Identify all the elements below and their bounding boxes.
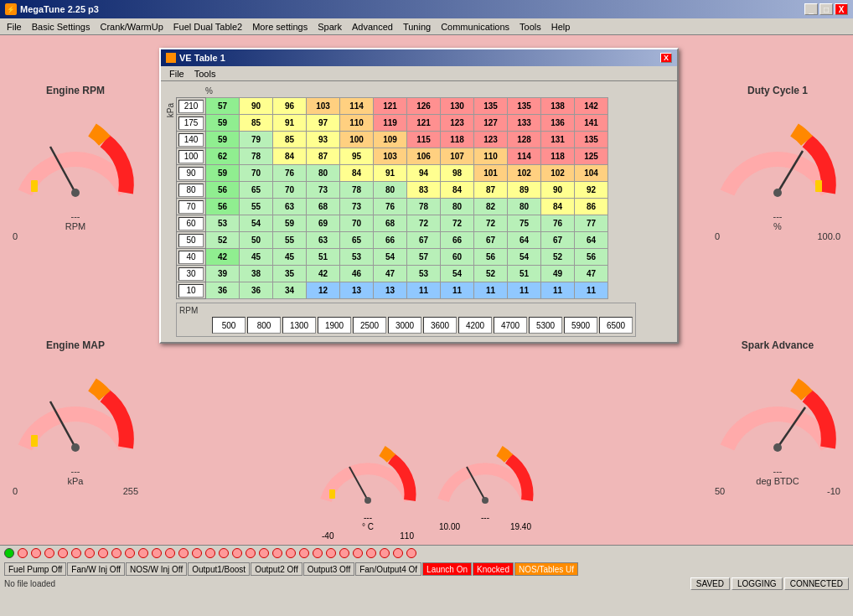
table-cell[interactable]: 80 — [508, 199, 541, 215]
table-cell[interactable]: 67 — [541, 232, 575, 249]
table-cell[interactable]: 50 — [240, 232, 273, 249]
table-cell[interactable]: 51 — [508, 266, 541, 282]
table-cell[interactable]: 13 — [374, 282, 407, 299]
table-cell[interactable]: 80 — [307, 165, 340, 182]
table-cell[interactable]: 11 — [441, 282, 474, 299]
rpm-cell[interactable]: 3600 — [423, 317, 457, 334]
table-cell[interactable]: 57 — [407, 249, 441, 266]
table-cell[interactable]: 133 — [508, 115, 541, 132]
table-cell[interactable]: 67 — [474, 232, 508, 249]
table-cell[interactable]: 92 — [575, 182, 608, 199]
table-cell[interactable]: 95 — [340, 148, 374, 165]
kpa-input[interactable] — [178, 116, 204, 130]
bottom-status-button[interactable]: CONNECTED — [784, 577, 849, 590]
table-cell[interactable]: 84 — [273, 148, 307, 165]
table-cell[interactable]: 80 — [441, 199, 474, 215]
table-cell[interactable]: 84 — [541, 199, 575, 215]
rpm-cell[interactable]: 500 — [212, 317, 246, 334]
maximize-button[interactable]: □ — [819, 3, 833, 15]
modal-close-button[interactable]: X — [660, 53, 672, 63]
table-cell[interactable]: 121 — [407, 115, 441, 132]
table-cell[interactable]: 123 — [474, 132, 508, 148]
table-cell[interactable]: 118 — [441, 132, 474, 148]
table-cell[interactable]: 103 — [307, 98, 340, 115]
table-cell[interactable]: 36 — [240, 282, 273, 299]
kpa-input[interactable] — [178, 200, 204, 214]
table-cell[interactable]: 55 — [273, 232, 307, 249]
table-cell[interactable]: 126 — [407, 98, 441, 115]
table-cell[interactable]: 59 — [273, 215, 307, 232]
menu-help[interactable]: Help — [546, 20, 576, 34]
table-cell[interactable]: 69 — [307, 215, 340, 232]
table-cell[interactable]: 70 — [273, 182, 307, 199]
table-cell[interactable]: 84 — [340, 165, 374, 182]
table-cell[interactable]: 56 — [474, 249, 508, 266]
table-cell[interactable]: 45 — [273, 249, 307, 266]
table-cell[interactable]: 101 — [474, 165, 508, 182]
table-cell[interactable]: 65 — [340, 232, 374, 249]
table-cell[interactable]: 82 — [474, 199, 508, 215]
table-cell[interactable]: 128 — [508, 132, 541, 148]
table-cell[interactable]: 72 — [441, 215, 474, 232]
table-cell[interactable]: 78 — [407, 199, 441, 215]
table-cell[interactable]: 79 — [240, 132, 273, 148]
rpm-cell[interactable]: 800 — [247, 317, 281, 334]
menu-spark[interactable]: Spark — [313, 20, 347, 34]
table-cell[interactable]: 34 — [273, 282, 307, 299]
table-cell[interactable]: 110 — [340, 115, 374, 132]
table-cell[interactable]: 114 — [508, 148, 541, 165]
table-cell[interactable]: 91 — [374, 165, 407, 182]
table-cell[interactable]: 35 — [273, 266, 307, 282]
menu-tuning[interactable]: Tuning — [398, 20, 436, 34]
kpa-input[interactable] — [178, 267, 204, 281]
close-button[interactable]: X — [835, 3, 848, 15]
table-cell[interactable]: 63 — [307, 232, 340, 249]
table-cell[interactable]: 59 — [206, 165, 240, 182]
table-cell[interactable]: 142 — [575, 98, 608, 115]
table-cell[interactable]: 110 — [474, 148, 508, 165]
rpm-cell[interactable]: 6500 — [599, 317, 633, 334]
menu-crank-warmup[interactable]: Crank/WarmUp — [95, 20, 168, 34]
table-cell[interactable]: 45 — [240, 249, 273, 266]
kpa-input[interactable] — [178, 150, 204, 163]
table-cell[interactable]: 56 — [206, 199, 240, 215]
menu-fuel-dual[interactable]: Fuel Dual Table2 — [168, 20, 247, 34]
table-cell[interactable]: 70 — [240, 165, 273, 182]
table-cell[interactable]: 55 — [240, 199, 273, 215]
table-cell[interactable]: 76 — [541, 215, 575, 232]
kpa-input[interactable] — [178, 100, 204, 113]
table-cell[interactable]: 56 — [206, 182, 240, 199]
table-cell[interactable]: 11 — [407, 282, 441, 299]
rpm-cell[interactable]: 4200 — [458, 317, 492, 334]
table-cell[interactable]: 52 — [206, 232, 240, 249]
table-cell[interactable]: 138 — [541, 98, 575, 115]
kpa-input[interactable] — [178, 184, 204, 197]
table-cell[interactable]: 87 — [307, 148, 340, 165]
table-cell[interactable]: 53 — [407, 266, 441, 282]
table-cell[interactable]: 80 — [374, 182, 407, 199]
table-cell[interactable]: 96 — [273, 98, 307, 115]
table-cell[interactable]: 73 — [340, 199, 374, 215]
menu-communications[interactable]: Communications — [436, 20, 514, 34]
menu-more-settings[interactable]: More settings — [247, 20, 313, 34]
table-cell[interactable]: 135 — [575, 132, 608, 148]
table-cell[interactable]: 114 — [340, 98, 374, 115]
table-cell[interactable]: 107 — [441, 148, 474, 165]
kpa-input[interactable] — [178, 167, 204, 180]
kpa-input[interactable] — [178, 217, 204, 230]
table-cell[interactable]: 141 — [575, 115, 608, 132]
menu-basic-settings[interactable]: Basic Settings — [27, 20, 96, 34]
table-cell[interactable]: 68 — [374, 215, 407, 232]
rpm-cell[interactable]: 5300 — [529, 317, 562, 334]
table-cell[interactable]: 119 — [374, 115, 407, 132]
table-cell[interactable]: 123 — [441, 115, 474, 132]
kpa-input[interactable] — [178, 251, 204, 264]
table-cell[interactable]: 93 — [307, 132, 340, 148]
table-cell[interactable]: 90 — [240, 98, 273, 115]
table-cell[interactable]: 109 — [374, 132, 407, 148]
table-cell[interactable]: 64 — [508, 232, 541, 249]
table-cell[interactable]: 46 — [340, 266, 374, 282]
table-cell[interactable]: 102 — [541, 165, 575, 182]
kpa-input[interactable] — [178, 284, 204, 298]
table-cell[interactable]: 76 — [374, 199, 407, 215]
